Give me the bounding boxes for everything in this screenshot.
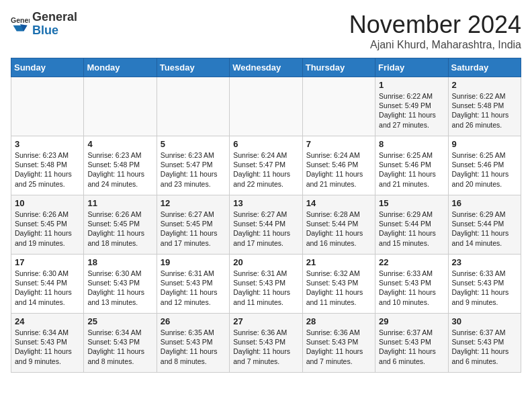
day-info: Sunset: 5:44 PM: [15, 278, 80, 287]
day-info: Sunrise: 6:27 AM: [161, 210, 226, 219]
calendar-table: SundayMondayTuesdayWednesdayThursdayFrid…: [11, 58, 521, 373]
day-info: Sunset: 5:43 PM: [233, 278, 298, 287]
calendar-cell: 28Sunrise: 6:36 AMSunset: 5:43 PMDayligh…: [302, 314, 375, 373]
day-info: Daylight: 11 hours and 20 minutes.: [452, 169, 517, 188]
day-number: 9: [452, 139, 517, 149]
svg-text:General: General: [11, 16, 30, 24]
day-info: Sunrise: 6:23 AM: [15, 150, 80, 160]
day-info: Sunset: 5:45 PM: [161, 219, 226, 228]
day-number: 3: [15, 139, 80, 149]
calendar-cell: 21Sunrise: 6:32 AMSunset: 5:43 PMDayligh…: [302, 255, 375, 314]
day-info: Sunrise: 6:22 AM: [379, 91, 444, 101]
day-number: 30: [452, 316, 517, 326]
day-info: Sunset: 5:44 PM: [233, 219, 298, 228]
weekday-header-monday: Monday: [84, 58, 157, 77]
day-info: Daylight: 11 hours and 7 minutes.: [306, 347, 371, 365]
day-info: Daylight: 11 hours and 21 minutes.: [379, 169, 444, 188]
logo: General General Blue: [11, 11, 77, 38]
day-info: Sunset: 5:45 PM: [15, 219, 80, 228]
day-info: Daylight: 11 hours and 12 minutes.: [161, 287, 226, 306]
day-info: Sunrise: 6:29 AM: [452, 210, 517, 219]
weekday-header-tuesday: Tuesday: [157, 58, 229, 77]
day-info: Sunset: 5:43 PM: [15, 337, 80, 347]
day-info: Sunrise: 6:27 AM: [233, 210, 298, 219]
day-info: Sunrise: 6:33 AM: [379, 269, 444, 278]
day-number: 17: [15, 257, 80, 267]
day-info: Daylight: 11 hours and 19 minutes.: [15, 228, 80, 247]
calendar-cell: 4Sunrise: 6:23 AMSunset: 5:48 PMDaylight…: [84, 136, 157, 195]
day-number: 2: [452, 80, 517, 90]
weekday-header-row: SundayMondayTuesdayWednesdayThursdayFrid…: [11, 58, 521, 77]
day-info: Sunrise: 6:24 AM: [306, 150, 371, 160]
day-number: 10: [15, 198, 80, 208]
weekday-header-sunday: Sunday: [11, 58, 84, 77]
day-number: 7: [306, 139, 371, 149]
day-info: Daylight: 11 hours and 17 minutes.: [233, 228, 298, 247]
day-info: Daylight: 11 hours and 24 minutes.: [87, 169, 152, 188]
day-info: Sunrise: 6:31 AM: [161, 269, 226, 278]
day-info: Sunrise: 6:34 AM: [87, 328, 152, 337]
day-info: Sunset: 5:47 PM: [233, 160, 298, 169]
day-info: Daylight: 11 hours and 18 minutes.: [87, 228, 152, 247]
day-number: 5: [161, 139, 226, 149]
calendar-cell: [230, 77, 302, 136]
day-info: Daylight: 11 hours and 11 minutes.: [306, 287, 371, 306]
day-info: Sunrise: 6:22 AM: [452, 91, 517, 101]
day-info: Sunset: 5:43 PM: [452, 337, 517, 347]
day-info: Sunrise: 6:23 AM: [87, 150, 152, 160]
day-info: Daylight: 11 hours and 17 minutes.: [161, 228, 226, 247]
calendar-week-3: 10Sunrise: 6:26 AMSunset: 5:45 PMDayligh…: [11, 195, 521, 255]
day-info: Sunset: 5:43 PM: [306, 337, 371, 347]
calendar-week-1: 1Sunrise: 6:22 AMSunset: 5:49 PMDaylight…: [11, 77, 521, 136]
day-info: Sunrise: 6:24 AM: [233, 150, 298, 160]
day-info: Daylight: 11 hours and 8 minutes.: [161, 347, 226, 365]
calendar-cell: 11Sunrise: 6:26 AMSunset: 5:45 PMDayligh…: [84, 195, 157, 255]
day-number: 14: [306, 198, 371, 208]
calendar-cell: 5Sunrise: 6:23 AMSunset: 5:47 PMDaylight…: [157, 136, 229, 195]
day-number: 18: [87, 257, 152, 267]
day-info: Sunset: 5:43 PM: [379, 278, 444, 287]
day-info: Daylight: 11 hours and 11 minutes.: [233, 287, 298, 306]
day-info: Sunset: 5:44 PM: [306, 219, 371, 228]
day-info: Sunrise: 6:25 AM: [452, 150, 517, 160]
day-number: 26: [161, 316, 226, 326]
calendar-cell: 23Sunrise: 6:33 AMSunset: 5:43 PMDayligh…: [448, 255, 521, 314]
logo-general-text: General: [32, 10, 77, 24]
day-info: Daylight: 11 hours and 10 minutes.: [379, 287, 444, 306]
calendar-cell: 12Sunrise: 6:27 AMSunset: 5:45 PMDayligh…: [157, 195, 229, 255]
day-info: Daylight: 11 hours and 9 minutes.: [452, 287, 517, 306]
day-info: Sunset: 5:46 PM: [379, 160, 444, 169]
day-info: Sunset: 5:48 PM: [452, 101, 517, 110]
calendar-cell: [302, 77, 375, 136]
day-number: 1: [379, 80, 444, 90]
day-number: 21: [306, 257, 371, 267]
day-info: Sunset: 5:43 PM: [306, 278, 371, 287]
day-info: Sunset: 5:43 PM: [233, 337, 298, 347]
day-info: Sunset: 5:46 PM: [452, 160, 517, 169]
day-info: Daylight: 11 hours and 7 minutes.: [233, 347, 298, 365]
day-info: Daylight: 11 hours and 6 minutes.: [452, 347, 517, 365]
day-info: Sunrise: 6:26 AM: [15, 210, 80, 219]
day-info: Sunrise: 6:34 AM: [15, 328, 80, 337]
calendar-cell: [11, 77, 84, 136]
day-info: Daylight: 11 hours and 15 minutes.: [379, 228, 444, 247]
day-number: 23: [452, 257, 517, 267]
day-info: Sunset: 5:47 PM: [161, 160, 226, 169]
calendar-cell: 25Sunrise: 6:34 AMSunset: 5:43 PMDayligh…: [84, 314, 157, 373]
day-number: 16: [452, 198, 517, 208]
day-info: Sunrise: 6:36 AM: [306, 328, 371, 337]
calendar-cell: 29Sunrise: 6:37 AMSunset: 5:43 PMDayligh…: [375, 314, 448, 373]
day-info: Sunrise: 6:33 AM: [452, 269, 517, 278]
day-number: 28: [306, 316, 371, 326]
location-subtitle: Ajani Khurd, Maharashtra, India: [349, 39, 521, 51]
calendar-cell: [84, 77, 157, 136]
day-info: Sunrise: 6:35 AM: [161, 328, 226, 337]
calendar-body: 1Sunrise: 6:22 AMSunset: 5:49 PMDaylight…: [11, 77, 521, 373]
day-info: Daylight: 11 hours and 21 minutes.: [306, 169, 371, 188]
day-info: Daylight: 11 hours and 14 minutes.: [452, 228, 517, 247]
day-info: Sunset: 5:43 PM: [87, 278, 152, 287]
day-number: 4: [87, 139, 152, 149]
calendar-cell: [157, 77, 229, 136]
weekday-header-friday: Friday: [375, 58, 448, 77]
day-info: Daylight: 11 hours and 22 minutes.: [233, 169, 298, 188]
